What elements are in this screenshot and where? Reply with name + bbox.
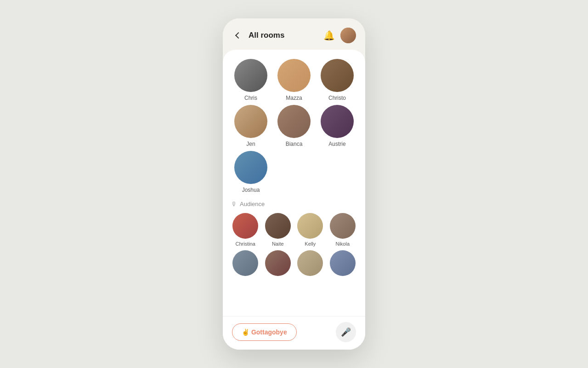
audience-member-name: Nikola [335,241,350,247]
audience-item[interactable] [328,250,358,278]
speaker-avatar-image [234,105,267,138]
mic-icon: 🎙 [231,201,237,207]
audience-avatar-image [232,213,258,239]
speaker-item[interactable]: Mazza [273,59,315,101]
speaker-avatar [277,59,311,92]
speakers-grid: ChrisMazzaChristoJenBiancaAustrieJoshua [230,59,358,193]
audience-item[interactable]: Nikola [328,213,358,247]
audience-item[interactable]: Naite [263,213,294,247]
header-left: All rooms [232,29,284,42]
speaker-avatar-image [234,151,267,184]
audience-avatar-image [330,250,356,276]
speaker-avatar-image [321,59,354,92]
audience-item[interactable]: Christina [230,213,261,247]
audience-avatar-image [265,250,291,276]
header-right: 🔔 [323,28,356,43]
audience-avatar-image [265,213,291,239]
speaker-name: Jen [246,141,255,147]
speaker-avatar [234,105,267,138]
speaker-avatar [277,105,311,138]
speaker-avatar-image [277,105,311,138]
speaker-item[interactable]: Bianca [273,105,315,147]
audience-item[interactable] [295,250,326,278]
speaker-name: Chris [244,95,257,101]
audience-label-text: Audience [240,201,265,207]
audience-item[interactable] [230,250,261,278]
speaker-name: Austrie [328,141,345,147]
bottom-bar: ✌️ Gottagobye 🎤 [223,316,365,350]
speaker-item[interactable]: Jen [230,105,271,147]
speaker-name: Joshua [242,187,260,193]
speaker-avatar [234,151,267,184]
speaker-name: Bianca [286,141,303,147]
mute-button[interactable]: 🎤 [336,322,356,342]
audience-avatar-image [232,250,258,276]
main-card: ChrisMazzaChristoJenBiancaAustrieJoshua … [223,50,365,350]
user-avatar-image [340,28,356,43]
speaker-avatar [234,59,267,92]
audience-avatar [265,250,291,276]
audience-avatar-image [330,213,356,239]
speaker-avatar-image [234,59,267,92]
speaker-name: Mazza [286,95,302,101]
audience-avatar [232,213,258,239]
speaker-name: Christo [328,95,346,101]
audience-grid: ChristinaNaiteKellyNikola [230,213,358,278]
audience-avatar [330,213,356,239]
audience-item[interactable]: Kelly [295,213,326,247]
notification-icon[interactable]: 🔔 [323,30,335,41]
audience-avatar-image [297,250,323,276]
audience-section-label: 🎙 Audience [230,201,358,207]
back-chevron-icon [235,32,242,39]
user-avatar-header[interactable] [340,28,356,43]
speaker-item[interactable]: Christo [317,59,358,101]
audience-avatar [265,213,291,239]
phone-container: All rooms 🔔 ChrisMazzaChristoJenBiancaAu… [223,18,365,350]
speaker-avatar [321,59,354,92]
header-title: All rooms [249,31,284,40]
speaker-item[interactable]: Joshua [230,151,271,193]
back-button[interactable] [232,29,245,42]
audience-item[interactable] [263,250,294,278]
audience-avatar [297,213,323,239]
speaker-avatar-image [321,105,354,138]
audience-avatar-image [297,213,323,239]
audience-avatar [297,250,323,276]
speaker-item[interactable]: Austrie [317,105,358,147]
header: All rooms 🔔 [223,18,365,50]
mute-icon: 🎤 [341,327,351,337]
audience-member-name: Kelly [305,241,316,247]
speaker-avatar [321,105,354,138]
speaker-avatar-image [277,59,311,92]
audience-avatar [232,250,258,276]
audience-member-name: Naite [272,241,284,247]
speaker-item[interactable]: Chris [230,59,271,101]
gottagobye-button[interactable]: ✌️ Gottagobye [232,323,297,341]
audience-avatar [330,250,356,276]
audience-member-name: Christina [236,241,255,247]
